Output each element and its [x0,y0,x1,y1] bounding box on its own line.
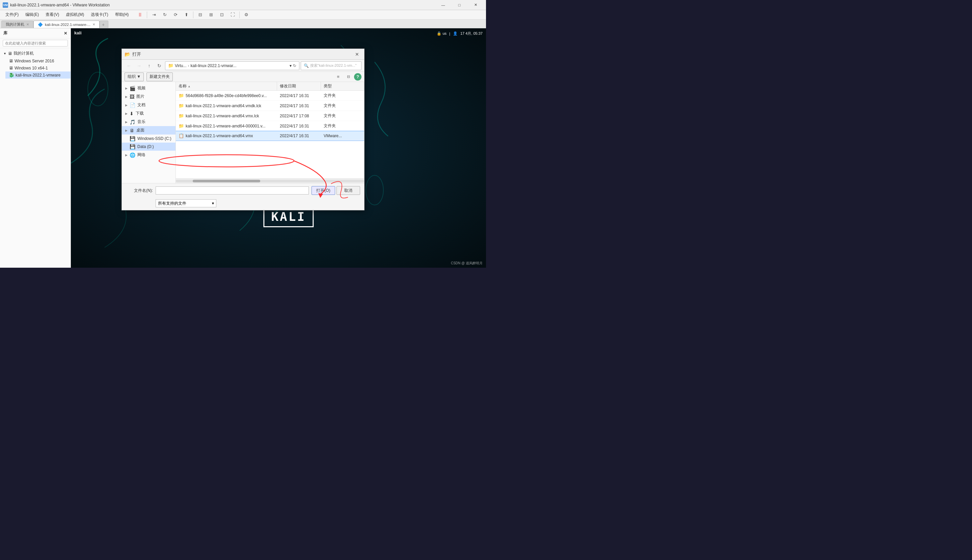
dialog-titlebar: 📂 打开 ✕ [122,49,364,60]
open-button[interactable]: 打开(O) [311,186,335,195]
file-row-0-date: 2022/4/17 16:31 [277,93,321,99]
tab-kali-icon: 🔷 [38,22,43,27]
footer-filetype-row: 所有支持的文件 ▾ [126,199,360,207]
tab-kali-close[interactable]: ✕ [92,23,95,26]
sidebar-drive-d[interactable]: ▶ 💾 Data (D:) [122,143,176,151]
col-header-date[interactable]: 修改日期 [277,82,321,90]
dialog-overlay: 📂 打开 ✕ ← → ↑ ↻ 📁 Virtu... › [71,28,486,268]
sidebar-music-label: 音乐 [137,119,146,125]
sidebar-downloads-icon: ⬇ [130,111,134,116]
upload-button[interactable]: ⬆ [182,10,191,20]
dropdown-arrow-icon: ▾ [212,201,214,206]
file-row-1[interactable]: 📁 kali-linux-2022.1-vmware-amd64.vmdk.lc… [176,101,364,111]
minimize-button[interactable]: — [435,0,451,10]
sidebar-drive-d-icon: 💾 [130,144,136,149]
sidebar-music-icon: 🎵 [130,119,136,125]
file-row-4[interactable]: 📋 kali-linux-2022.1-vmware-amd64.vmx 202… [176,131,364,141]
new-folder-button[interactable]: 新建文件夹 [147,72,173,81]
split-v-button[interactable]: ⊞ [206,10,216,20]
main-layout: 库 ✕ ▼ 🖥 我的计算机 🖥 Windows Server 2016 🖥 [0,28,486,268]
split-h-button[interactable]: ⊟ [196,10,205,20]
filetype-dropdown[interactable]: 所有支持的文件 ▾ [156,199,216,207]
dialog-back-button[interactable]: ← [125,62,133,70]
dialog-refresh-button[interactable]: ↻ [155,62,164,70]
search-placeholder: 搜索"kali-linux-2022.1-vm..." [310,63,356,68]
menu-edit[interactable]: 编辑(E) [23,11,42,18]
path-dropdown-btn[interactable]: ▾ [289,63,292,68]
view-list-button[interactable]: ≡ [334,72,343,81]
app-window: VM kali-linux-2022.1-vmware-amd64 - VMwa… [0,0,486,280]
sidebar-item-my-computer[interactable]: ▼ 🖥 我的计算机 [0,50,70,57]
col-header-type[interactable]: 类型 [321,82,364,90]
dialog-sidebar: ▶ 🎬 视频 ▶ 🖼 图片 ▶ 📄 [122,82,176,183]
tab-kali[interactable]: 🔷 kali-linux-2022.1-vmware-... ✕ [33,20,100,28]
maximize-button[interactable]: □ [452,0,467,10]
dialog-up-button[interactable]: ↑ [145,62,154,70]
menubar: 文件(F) 编辑(E) 查看(V) 虚拟机(M) 选项卡(T) 帮助(H) ⏸ … [0,10,486,20]
sidebar-downloads[interactable]: ▶ ⬇ 下载 [122,109,176,118]
sidebar-pictures-arrow: ▶ [125,95,127,98]
vm-content-area[interactable]: kali 🔒 us | 👤 17 4月, 05:37 KALI CSDN @ 逍… [71,28,486,268]
file-row-2[interactable]: 📁 kali-linux-2022.1-vmware-amd64.vmx.lck… [176,111,364,121]
sidebar-desktop[interactable]: ▶ 🖥 桌面 [122,126,176,135]
file-row-3[interactable]: 📁 kali-linux-2022.1-vmware-amd64-000001.… [176,121,364,131]
sidebar-item-kali[interactable]: 🐉 kali-linux-2022.1-vmware [5,72,70,78]
tab-my-computer[interactable]: 我的计算机 ✕ [2,20,33,28]
menu-file[interactable]: 文件(F) [3,11,21,18]
dialog-forward-button[interactable]: → [135,62,144,70]
vm-icon-w10: 🖥 [9,65,13,70]
sidebar: 库 ✕ ▼ 🖥 我的计算机 🖥 Windows Server 2016 🖥 [0,28,71,268]
footer-filename-row: 文件名(N): 打开(O) 取消 [126,186,360,195]
organize-button[interactable]: 组织 ▼ [125,72,144,81]
pause-button[interactable]: ⏸ [136,10,145,20]
sidebar-drive-c[interactable]: ▶ 💾 Windows-SSD (C:) [122,135,176,143]
menu-help[interactable]: 帮助(H) [112,11,132,18]
sidebar-network[interactable]: ▶ 🌐 网络 [122,151,176,159]
sidebar-close-btn[interactable]: ✕ [64,31,67,36]
tab-kali-label: kali-linux-2022.1-vmware-... [45,23,90,27]
expand-icon: ▼ [3,52,7,55]
shrink-button[interactable]: ⊡ [217,10,226,20]
add-tab-button[interactable]: + [100,20,108,28]
settings-button[interactable]: ⚙ [242,10,251,20]
sidebar-docs[interactable]: ▶ 📄 文档 [122,101,176,109]
dialog-action-toolbar: 组织 ▼ 新建文件夹 ≡ ⊟ ? [122,72,364,82]
sidebar-music-arrow: ▶ [125,120,127,124]
dialog-scrollbar[interactable] [176,178,364,183]
scrollbar-thumb[interactable] [193,180,260,182]
computer-icon: 🖥 [8,51,12,56]
help-button[interactable]: ? [354,73,361,81]
file-row-2-icon: 📁 [179,113,184,118]
sidebar-item-windows10[interactable]: 🖥 Windows 10 x64-1 [5,64,70,72]
file-row-4-icon: 📋 [179,133,184,138]
sync-button[interactable]: ⟳ [171,10,180,20]
filename-input[interactable] [156,187,309,195]
file-row-4-name: 📋 kali-linux-2022.1-vmware-amd64.vmx [176,132,277,139]
tab-my-computer-close[interactable]: ✕ [26,23,29,26]
path-refresh-btn[interactable]: ↻ [293,63,296,68]
vm-icon-ws: 🖥 [9,58,13,63]
file-row-2-name: 📁 kali-linux-2022.1-vmware-amd64.vmx.lck [176,113,277,119]
dialog-file-list: 名称 ▲ 修改日期 类型 [176,82,364,178]
sidebar-video[interactable]: ▶ 🎬 视频 [122,84,176,92]
menu-view[interactable]: 查看(V) [43,11,62,18]
windows-server-label: Windows Server 2016 [15,59,54,63]
close-button[interactable]: ✕ [468,0,483,10]
sidebar-item-windows-server[interactable]: 🖥 Windows Server 2016 [5,57,70,64]
view-split-button[interactable]: ⊟ [344,72,353,81]
file-row-1-date: 2022/4/17 16:31 [277,103,321,109]
sidebar-pictures[interactable]: ▶ 🖼 图片 [122,92,176,101]
menu-tab[interactable]: 选项卡(T) [88,11,111,18]
refresh-button[interactable]: ↻ [160,10,169,20]
sidebar-search-input[interactable] [3,40,68,47]
send-button[interactable]: ⇥ [149,10,159,20]
kali-label: kali-linux-2022.1-vmware [15,73,60,78]
file-row-0[interactable]: 📁 564d9686-f928-a49e-260e-cd4bfe998ee0.v… [176,91,364,101]
menu-vm[interactable]: 虚拟机(M) [63,11,87,18]
sidebar-music[interactable]: ▶ 🎵 音乐 [122,118,176,126]
titlebar-controls: — □ ✕ [435,0,483,10]
col-header-name[interactable]: 名称 ▲ [176,82,277,90]
cancel-button[interactable]: 取消 [336,186,360,195]
fullscreen-button[interactable]: ⛶ [228,10,237,20]
dialog-close-button[interactable]: ✕ [353,50,361,58]
